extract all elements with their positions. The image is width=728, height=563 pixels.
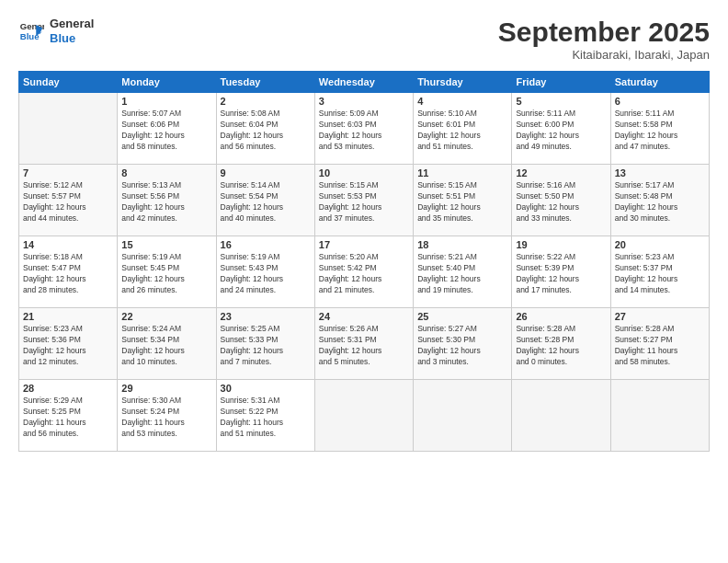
day-info: Sunrise: 5:16 AM Sunset: 5:50 PM Dayligh… bbox=[516, 180, 606, 224]
calendar-cell: 25Sunrise: 5:27 AM Sunset: 5:30 PM Dayli… bbox=[414, 308, 512, 380]
day-info: Sunrise: 5:29 AM Sunset: 5:25 PM Dayligh… bbox=[23, 396, 113, 440]
day-number: 13 bbox=[615, 167, 705, 178]
calendar-cell bbox=[314, 380, 413, 452]
day-info: Sunrise: 5:25 AM Sunset: 5:33 PM Dayligh… bbox=[221, 324, 311, 368]
day-header-sunday: Sunday bbox=[19, 72, 118, 93]
day-info: Sunrise: 5:30 AM Sunset: 5:24 PM Dayligh… bbox=[121, 396, 211, 440]
calendar-cell: 24Sunrise: 5:26 AM Sunset: 5:31 PM Dayli… bbox=[314, 308, 413, 380]
day-header-wednesday: Wednesday bbox=[314, 72, 413, 93]
day-number: 14 bbox=[23, 239, 113, 250]
calendar-cell: 1Sunrise: 5:07 AM Sunset: 6:06 PM Daylig… bbox=[118, 93, 216, 165]
calendar-cell: 15Sunrise: 5:19 AM Sunset: 5:45 PM Dayli… bbox=[118, 236, 216, 308]
logo-general: General bbox=[50, 17, 94, 31]
day-number: 26 bbox=[516, 311, 606, 322]
day-info: Sunrise: 5:14 AM Sunset: 5:54 PM Dayligh… bbox=[221, 180, 311, 224]
calendar-cell bbox=[414, 380, 512, 452]
week-row-5: 28Sunrise: 5:29 AM Sunset: 5:25 PM Dayli… bbox=[19, 380, 710, 452]
day-info: Sunrise: 5:11 AM Sunset: 5:58 PM Dayligh… bbox=[615, 109, 705, 153]
logo: General Blue General Blue bbox=[18, 17, 94, 45]
day-number: 27 bbox=[615, 311, 705, 322]
week-row-3: 14Sunrise: 5:18 AM Sunset: 5:47 PM Dayli… bbox=[19, 236, 710, 308]
day-number: 23 bbox=[221, 311, 311, 322]
day-info: Sunrise: 5:22 AM Sunset: 5:39 PM Dayligh… bbox=[516, 252, 606, 296]
week-row-2: 7Sunrise: 5:12 AM Sunset: 5:57 PM Daylig… bbox=[19, 165, 710, 236]
day-info: Sunrise: 5:18 AM Sunset: 5:47 PM Dayligh… bbox=[23, 252, 113, 296]
calendar-cell: 3Sunrise: 5:09 AM Sunset: 6:03 PM Daylig… bbox=[314, 93, 413, 165]
calendar-cell: 19Sunrise: 5:22 AM Sunset: 5:39 PM Dayli… bbox=[512, 236, 610, 308]
calendar-cell: 16Sunrise: 5:19 AM Sunset: 5:43 PM Dayli… bbox=[216, 236, 314, 308]
day-info: Sunrise: 5:27 AM Sunset: 5:30 PM Dayligh… bbox=[417, 324, 507, 368]
calendar-cell: 8Sunrise: 5:13 AM Sunset: 5:56 PM Daylig… bbox=[118, 165, 216, 236]
day-number: 16 bbox=[221, 239, 311, 250]
day-info: Sunrise: 5:17 AM Sunset: 5:48 PM Dayligh… bbox=[615, 180, 705, 224]
day-info: Sunrise: 5:07 AM Sunset: 6:06 PM Dayligh… bbox=[121, 109, 211, 153]
calendar-cell bbox=[610, 380, 709, 452]
day-info: Sunrise: 5:20 AM Sunset: 5:42 PM Dayligh… bbox=[319, 252, 409, 296]
page: General Blue General Blue September 2025… bbox=[0, 0, 728, 563]
calendar-cell: 2Sunrise: 5:08 AM Sunset: 6:04 PM Daylig… bbox=[216, 93, 314, 165]
day-number: 2 bbox=[221, 96, 311, 107]
calendar-cell: 20Sunrise: 5:23 AM Sunset: 5:37 PM Dayli… bbox=[610, 236, 709, 308]
day-info: Sunrise: 5:19 AM Sunset: 5:43 PM Dayligh… bbox=[221, 252, 311, 296]
calendar-table: SundayMondayTuesdayWednesdayThursdayFrid… bbox=[18, 71, 710, 452]
calendar-cell: 9Sunrise: 5:14 AM Sunset: 5:54 PM Daylig… bbox=[216, 165, 314, 236]
day-number: 4 bbox=[417, 96, 507, 107]
day-header-saturday: Saturday bbox=[610, 72, 709, 93]
day-number: 28 bbox=[23, 383, 113, 394]
week-row-4: 21Sunrise: 5:23 AM Sunset: 5:36 PM Dayli… bbox=[19, 308, 710, 380]
calendar-cell: 4Sunrise: 5:10 AM Sunset: 6:01 PM Daylig… bbox=[414, 93, 512, 165]
day-number: 8 bbox=[121, 167, 211, 178]
day-info: Sunrise: 5:28 AM Sunset: 5:27 PM Dayligh… bbox=[615, 324, 705, 368]
calendar-cell: 14Sunrise: 5:18 AM Sunset: 5:47 PM Dayli… bbox=[19, 236, 118, 308]
day-info: Sunrise: 5:19 AM Sunset: 5:45 PM Dayligh… bbox=[121, 252, 211, 296]
day-number: 29 bbox=[121, 383, 211, 394]
title-block: September 2025 Kitaibaraki, Ibaraki, Jap… bbox=[498, 17, 710, 62]
day-header-monday: Monday bbox=[118, 72, 216, 93]
calendar-cell: 27Sunrise: 5:28 AM Sunset: 5:27 PM Dayli… bbox=[610, 308, 709, 380]
day-info: Sunrise: 5:10 AM Sunset: 6:01 PM Dayligh… bbox=[417, 109, 507, 153]
calendar-cell: 10Sunrise: 5:15 AM Sunset: 5:53 PM Dayli… bbox=[314, 165, 413, 236]
day-number: 24 bbox=[319, 311, 409, 322]
day-number: 19 bbox=[516, 239, 606, 250]
calendar-cell: 22Sunrise: 5:24 AM Sunset: 5:34 PM Dayli… bbox=[118, 308, 216, 380]
calendar-cell: 28Sunrise: 5:29 AM Sunset: 5:25 PM Dayli… bbox=[19, 380, 118, 452]
week-row-1: 1Sunrise: 5:07 AM Sunset: 6:06 PM Daylig… bbox=[19, 93, 710, 165]
calendar-body: 1Sunrise: 5:07 AM Sunset: 6:06 PM Daylig… bbox=[19, 93, 710, 452]
day-number: 5 bbox=[516, 96, 606, 107]
day-header-tuesday: Tuesday bbox=[216, 72, 314, 93]
day-header-thursday: Thursday bbox=[414, 72, 512, 93]
day-number: 30 bbox=[221, 383, 311, 394]
day-info: Sunrise: 5:28 AM Sunset: 5:28 PM Dayligh… bbox=[516, 324, 606, 368]
day-number: 21 bbox=[23, 311, 113, 322]
location: Kitaibaraki, Ibaraki, Japan bbox=[498, 48, 710, 62]
logo-icon: General Blue bbox=[18, 18, 44, 44]
day-info: Sunrise: 5:09 AM Sunset: 6:03 PM Dayligh… bbox=[319, 109, 409, 153]
day-number: 15 bbox=[121, 239, 211, 250]
day-number: 10 bbox=[319, 167, 409, 178]
day-info: Sunrise: 5:13 AM Sunset: 5:56 PM Dayligh… bbox=[121, 180, 211, 224]
day-info: Sunrise: 5:26 AM Sunset: 5:31 PM Dayligh… bbox=[319, 324, 409, 368]
calendar-cell: 21Sunrise: 5:23 AM Sunset: 5:36 PM Dayli… bbox=[19, 308, 118, 380]
day-number: 1 bbox=[121, 96, 211, 107]
day-number: 6 bbox=[615, 96, 705, 107]
day-number: 9 bbox=[221, 167, 311, 178]
calendar-cell bbox=[512, 380, 610, 452]
calendar-cell: 26Sunrise: 5:28 AM Sunset: 5:28 PM Dayli… bbox=[512, 308, 610, 380]
calendar-cell: 17Sunrise: 5:20 AM Sunset: 5:42 PM Dayli… bbox=[314, 236, 413, 308]
day-info: Sunrise: 5:21 AM Sunset: 5:40 PM Dayligh… bbox=[417, 252, 507, 296]
day-header-friday: Friday bbox=[512, 72, 610, 93]
calendar-cell: 6Sunrise: 5:11 AM Sunset: 5:58 PM Daylig… bbox=[610, 93, 709, 165]
day-info: Sunrise: 5:24 AM Sunset: 5:34 PM Dayligh… bbox=[121, 324, 211, 368]
day-info: Sunrise: 5:23 AM Sunset: 5:36 PM Dayligh… bbox=[23, 324, 113, 368]
calendar-cell: 7Sunrise: 5:12 AM Sunset: 5:57 PM Daylig… bbox=[19, 165, 118, 236]
calendar-cell: 30Sunrise: 5:31 AM Sunset: 5:22 PM Dayli… bbox=[216, 380, 314, 452]
calendar-cell: 18Sunrise: 5:21 AM Sunset: 5:40 PM Dayli… bbox=[414, 236, 512, 308]
day-info: Sunrise: 5:15 AM Sunset: 5:53 PM Dayligh… bbox=[319, 180, 409, 224]
day-info: Sunrise: 5:23 AM Sunset: 5:37 PM Dayligh… bbox=[615, 252, 705, 296]
calendar-cell: 29Sunrise: 5:30 AM Sunset: 5:24 PM Dayli… bbox=[118, 380, 216, 452]
logo-blue: Blue bbox=[50, 31, 94, 46]
calendar-cell: 23Sunrise: 5:25 AM Sunset: 5:33 PM Dayli… bbox=[216, 308, 314, 380]
calendar-cell: 11Sunrise: 5:15 AM Sunset: 5:51 PM Dayli… bbox=[414, 165, 512, 236]
calendar-cell: 5Sunrise: 5:11 AM Sunset: 6:00 PM Daylig… bbox=[512, 93, 610, 165]
day-number: 11 bbox=[417, 167, 507, 178]
